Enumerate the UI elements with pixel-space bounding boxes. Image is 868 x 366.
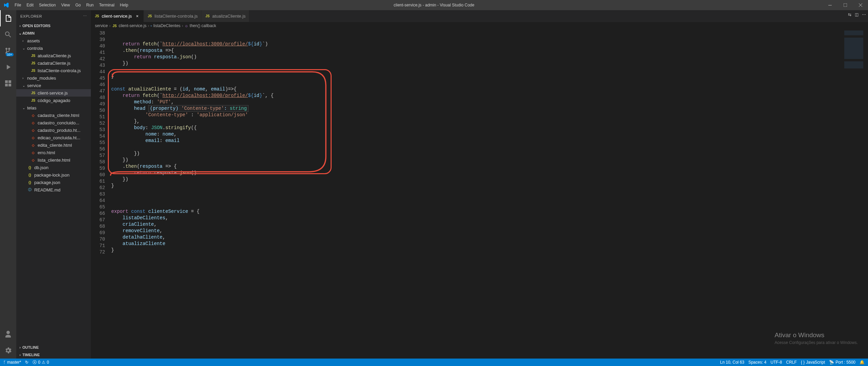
watermark-title: Ativar o Windows xyxy=(775,331,858,339)
code-content[interactable]: return fetch(`http://localhost:3000/prof… xyxy=(111,29,868,359)
status-cursor[interactable]: Ln 10, Col 63 xyxy=(720,360,744,365)
activity-debug[interactable] xyxy=(0,59,16,75)
folder-node-modules[interactable]: ›node_modules xyxy=(16,74,91,82)
section-open-editors[interactable]: ›OPEN EDITORS xyxy=(16,22,91,29)
activity-settings[interactable] xyxy=(0,342,16,359)
tab-client-service-js[interactable]: JSclient-service.js× xyxy=(91,10,144,22)
activity-search[interactable] xyxy=(0,26,16,43)
status-branch[interactable]: ᚶ master* xyxy=(3,360,21,365)
activity-account[interactable] xyxy=(0,326,16,342)
file-cadastro-concluido---[interactable]: ◇cadastro_concluido... xyxy=(16,119,91,126)
branch-label: master* xyxy=(7,360,21,365)
activitybar: 10+ xyxy=(0,10,16,359)
status-sync[interactable]: ↻ xyxy=(25,360,28,365)
window-title: client-service.js - admin - Visual Studi… xyxy=(394,3,474,7)
editor-actions: ⇆ ◫ ⋯ xyxy=(848,12,866,17)
titlebar: FileEditSelectionViewGoRunTerminalHelp c… xyxy=(0,0,868,10)
close-button[interactable] xyxy=(853,0,868,10)
status-eol[interactable]: CRLF xyxy=(786,360,797,365)
section-outline[interactable]: ›OUTLINE xyxy=(16,344,91,351)
menu-run[interactable]: Run xyxy=(83,0,96,10)
svg-rect-0 xyxy=(828,5,832,5)
scm-badge: 10+ xyxy=(6,53,14,56)
menu-view[interactable]: View xyxy=(58,0,73,10)
errors-count: 0 xyxy=(38,360,40,365)
file-package-json[interactable]: {}package.json xyxy=(16,179,91,186)
sidebar-title-label: EXPLORER xyxy=(20,14,42,18)
section-label: OUTLINE xyxy=(22,345,39,349)
status-liveserver[interactable]: 📡 Port : 5500 xyxy=(829,360,855,365)
split-editor-icon[interactable]: ◫ xyxy=(855,12,859,17)
sidebar: EXPLORER ⋯ ›OPEN EDITORS ⌄ADMIN ›assets⌄… xyxy=(16,10,91,359)
breadcrumbs[interactable]: service›JS client-service.js›▫ listaDeCl… xyxy=(91,22,868,29)
section-timeline[interactable]: ›TIMELINE xyxy=(16,351,91,359)
breadcrumb-item[interactable]: JS client-service.js xyxy=(112,23,146,28)
minimap[interactable] xyxy=(844,30,863,78)
file-db-json[interactable]: {}db.json xyxy=(16,164,91,171)
vscode-logo-icon xyxy=(0,2,12,8)
folder-controla[interactable]: ⌄controla xyxy=(16,44,91,52)
watermark-subtitle: Acesse Configurações para ativar o Windo… xyxy=(775,340,858,345)
file-readme-md[interactable]: ⓘREADME.md xyxy=(16,186,91,194)
menu-go[interactable]: Go xyxy=(73,0,83,10)
menubar: FileEditSelectionViewGoRunTerminalHelp xyxy=(12,0,131,10)
more-actions-icon[interactable]: ⋯ xyxy=(862,12,866,17)
file-listacliente-controla-js[interactable]: JSlistaCliente-controla.js xyxy=(16,67,91,74)
file-cadatracliente-js[interactable]: JScadatraCliente.js xyxy=(16,59,91,67)
editor-group: JSclient-service.js×JSlistaCliente-contr… xyxy=(91,10,868,359)
status-problems[interactable]: ⓧ 0 ⚠ 0 xyxy=(33,360,49,365)
tab-listacliente-controla-js[interactable]: JSlistaCliente-controla.js xyxy=(144,10,201,22)
file-cadastra-cliente-html[interactable]: ◇cadastra_cliente.html xyxy=(16,111,91,119)
breadcrumb-item[interactable]: ▫ listaDeClientes xyxy=(151,23,180,28)
editor-tabs: JSclient-service.js×JSlistaCliente-contr… xyxy=(91,10,868,22)
sidebar-more-icon[interactable]: ⋯ xyxy=(83,14,87,18)
file-cadastro-produto-ht---[interactable]: ◇cadastro_produto.ht... xyxy=(16,126,91,134)
line-gutter: 3839404142434445464748495051525354555657… xyxy=(91,29,111,359)
menu-edit[interactable]: Edit xyxy=(24,0,36,10)
folder-service[interactable]: ⌄service xyxy=(16,82,91,89)
tab-atualizacliente-js[interactable]: JSatualizaCliente.js xyxy=(201,10,249,22)
windows-activate-watermark: Ativar o Windows Acesse Configurações pa… xyxy=(775,331,858,345)
window-controls xyxy=(822,0,868,10)
file-lista-cliente-html[interactable]: ◇lista_cliente.html xyxy=(16,156,91,164)
menu-terminal[interactable]: Terminal xyxy=(96,0,117,10)
folder-telas[interactable]: ⌄telas xyxy=(16,104,91,111)
sidebar-title: EXPLORER ⋯ xyxy=(16,10,91,22)
file-c-digo-apagado[interactable]: JScódigo_apagado xyxy=(16,97,91,104)
activity-extensions[interactable] xyxy=(0,75,16,92)
status-language[interactable]: { } JavaScript xyxy=(801,360,825,365)
breadcrumb-item[interactable]: ☼ then() callback xyxy=(184,23,216,28)
file-package-lock-json[interactable]: {}package-lock.json xyxy=(16,171,91,179)
port-label: Port : 5500 xyxy=(835,360,855,365)
file-edicao-concluida-ht---[interactable]: ◇edicao_concluida.ht... xyxy=(16,134,91,141)
minimize-button[interactable] xyxy=(822,0,837,10)
section-root[interactable]: ⌄ADMIN xyxy=(16,29,91,37)
menu-file[interactable]: File xyxy=(12,0,24,10)
file-edita-cliente-html[interactable]: ◇edita_cliente.html xyxy=(16,141,91,149)
section-label: OPEN EDITORS xyxy=(22,24,51,28)
file-erro-html[interactable]: ◇erro.html xyxy=(16,149,91,156)
status-indent[interactable]: Spaces: 4 xyxy=(748,360,766,365)
lang-label: JavaScript xyxy=(806,360,825,365)
svg-rect-1 xyxy=(844,3,847,7)
statusbar: ᚶ master* ↻ ⓧ 0 ⚠ 0 Ln 10, Col 63 Spaces… xyxy=(0,359,868,366)
folder-assets[interactable]: ›assets xyxy=(16,37,91,44)
file-tree: ›assets⌄controlaJSatualizaCliente.jsJSca… xyxy=(16,37,91,344)
file-atualizacliente-js[interactable]: JSatualizaCliente.js xyxy=(16,52,91,59)
section-label: TIMELINE xyxy=(22,353,40,357)
status-notifications[interactable]: 🔔 xyxy=(860,360,865,365)
file-client-service-js[interactable]: JSclient-service.js xyxy=(16,89,91,97)
compare-changes-icon[interactable]: ⇆ xyxy=(848,12,851,17)
status-encoding[interactable]: UTF-8 xyxy=(771,360,782,365)
menu-selection[interactable]: Selection xyxy=(36,0,58,10)
code-editor[interactable]: 3839404142434445464748495051525354555657… xyxy=(91,29,868,359)
activity-explorer[interactable] xyxy=(0,10,16,26)
breadcrumb-item[interactable]: service xyxy=(95,23,108,28)
maximize-button[interactable] xyxy=(837,0,853,10)
section-label: ADMIN xyxy=(22,31,35,35)
warnings-count: 0 xyxy=(47,360,49,365)
menu-help[interactable]: Help xyxy=(117,0,131,10)
tab-close-icon[interactable]: × xyxy=(135,14,140,19)
activity-scm[interactable]: 10+ xyxy=(0,43,16,59)
